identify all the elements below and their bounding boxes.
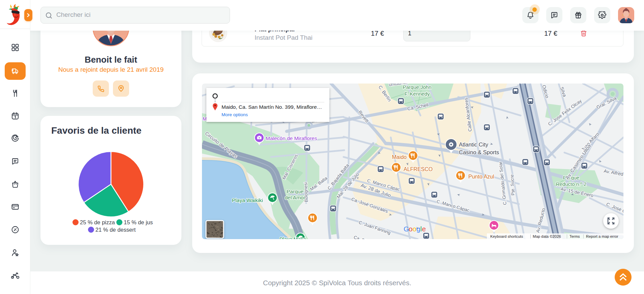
svg-text:g: g <box>416 225 420 233</box>
svg-text:21 % de dessert: 21 % de dessert <box>95 227 136 233</box>
svg-text:15 % de jus: 15 % de jus <box>124 219 153 225</box>
svg-text:More options: More options <box>222 112 248 117</box>
svg-text:o: o <box>409 225 412 233</box>
svg-text:Playa Waikiki: Playa Waikiki <box>232 197 263 203</box>
svg-text:Reducto n.º 2: Reducto n.º 2 <box>556 181 587 187</box>
svg-text:Keyboard shortcuts: Keyboard shortcuts <box>490 234 523 238</box>
svg-text:Playa Maka: Playa Maka <box>280 236 306 239</box>
svg-text:del Amor: del Amor <box>285 195 305 200</box>
svg-text:Casino & Sports: Casino & Sports <box>459 149 499 155</box>
svg-text:ALFRESCO: ALFRESCO <box>404 166 433 172</box>
svg-text:Punto Azul: Punto Azul <box>468 174 494 179</box>
svg-text:o: o <box>413 225 416 233</box>
svg-text:Atlantic City: Atlantic City <box>459 141 489 148</box>
svg-text:Malecón de Miraflores: Malecón de Miraflores <box>266 135 317 141</box>
svg-text:Maido: Maido <box>392 154 407 160</box>
svg-text:Terms: Terms <box>569 234 580 238</box>
svg-text:Parque: Parque <box>287 189 303 194</box>
svg-text:Map data ©2026: Map data ©2026 <box>533 234 561 238</box>
svg-text:25 % de pizza: 25 % de pizza <box>80 219 115 225</box>
svg-text:e: e <box>422 225 426 233</box>
svg-text:Bolognesi: Bolognesi <box>303 182 309 202</box>
svg-text:l: l <box>420 225 422 233</box>
svg-text:G: G <box>404 225 409 233</box>
svg-text:Maido, Ca. San Martín No. 399,: Maido, Ca. San Martín No. 399, Miraflore… <box>222 104 322 110</box>
svg-text:Report a map error: Report a map error <box>586 234 618 238</box>
svg-text:F. Kennedy: F. Kennedy <box>404 91 430 97</box>
svg-text:Parque John: Parque John <box>403 84 431 90</box>
